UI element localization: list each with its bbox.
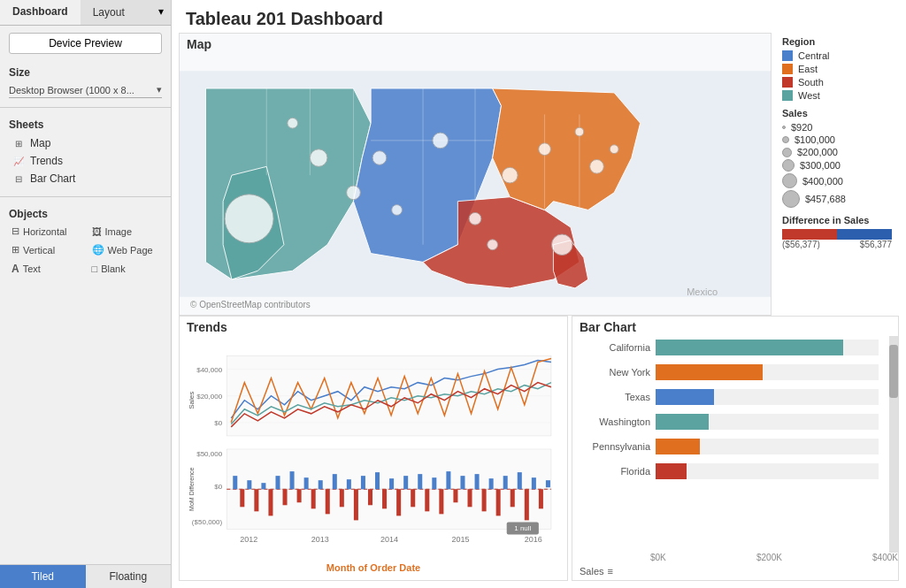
svg-rect-64 — [411, 489, 415, 507]
svg-rect-44 — [268, 489, 273, 515]
svg-text:2013: 2013 — [311, 536, 329, 545]
object-webpage[interactable]: 🌐 Web Page — [89, 242, 163, 257]
barchart-label: Bar Chart — [572, 317, 898, 336]
sales-200k: $200,000 — [782, 147, 892, 157]
object-vertical[interactable]: ⊞ Vertical — [9, 242, 82, 257]
object-text[interactable]: A Text — [9, 261, 82, 277]
sheet-item-barchart[interactable]: ⊟ Bar Chart — [9, 170, 162, 187]
sort-icon[interactable]: ≡ — [608, 566, 613, 577]
object-webpage-label: Web Page — [108, 245, 153, 256]
dashboard-body: Map — [172, 33, 906, 588]
diff-bar — [782, 229, 892, 240]
horizontal-icon: ⊟ — [12, 225, 19, 237]
legend-east: East — [782, 64, 892, 74]
central-label: Central — [798, 50, 829, 61]
left-panel: Dashboard Layout ▾ Device Preview Size D… — [0, 0, 172, 588]
diff-blue-bar — [837, 229, 892, 240]
text-icon: A — [12, 263, 19, 275]
region-legend-title: Region — [782, 36, 892, 47]
bar-row-texas: Texas — [580, 389, 879, 405]
tab-layout[interactable]: Layout — [81, 0, 137, 25]
bar-fill-pennsylvania — [656, 439, 700, 454]
svg-rect-68 — [439, 489, 443, 514]
main-content: Tableau 201 Dashboard Map — [172, 0, 906, 588]
sheet-map-label: Map — [30, 137, 50, 149]
svg-rect-80 — [525, 489, 529, 520]
webpage-icon: 🌐 — [92, 244, 104, 256]
svg-text:1 null: 1 null — [514, 524, 531, 532]
object-horizontal[interactable]: ⊟ Horizontal — [9, 224, 82, 239]
bar-fill-texas — [656, 389, 714, 405]
svg-text:Sales: Sales — [188, 392, 196, 409]
bar-track-pennsylvania — [656, 439, 879, 454]
svg-rect-40 — [240, 489, 244, 507]
svg-rect-49 — [304, 477, 309, 489]
svg-rect-82 — [539, 489, 543, 508]
svg-rect-43 — [261, 483, 265, 489]
diff-legend-title: Difference in Sales — [782, 215, 892, 225]
sheet-trends-label: Trends — [30, 155, 63, 167]
barchart-footer: Sales ≡ — [572, 564, 898, 580]
size-value: Desktop Browser (1000 x 8... — [9, 85, 134, 95]
sales-circle-2 — [782, 136, 789, 143]
map-container: Map — [179, 33, 772, 316]
west-label: West — [798, 90, 820, 101]
svg-text:$0: $0 — [214, 483, 222, 491]
svg-rect-66 — [425, 489, 429, 511]
legend-west: West — [782, 90, 892, 101]
object-blank[interactable]: □ Blank — [89, 261, 163, 277]
mexico-label: Mexico — [687, 286, 718, 297]
map-svg — [180, 53, 771, 315]
trends-chart-inner: $40,000 $20,000 $0 Sales — [180, 336, 567, 562]
map-viz[interactable]: © OpenStreetMap contributors Mexico — [180, 53, 771, 315]
object-image[interactable]: 🖼 Image — [89, 224, 163, 239]
bar-label-pennsylvania: Pennsylvania — [580, 441, 650, 452]
sheets-section: Sheets ⊞ Map 📈 Trends ⊟ Bar Chart — [0, 113, 171, 191]
bottom-bar: Tiled Floating — [0, 564, 171, 588]
device-preview-button[interactable]: Device Preview — [9, 33, 162, 54]
barchart-panel: Bar Chart California — [572, 316, 899, 581]
trends-label: Trends — [180, 317, 567, 336]
trends-panel: Trends $40,000 $20,000 $0 Sa — [179, 316, 568, 581]
svg-text:$20,000: $20,000 — [196, 393, 223, 401]
sheet-item-trends[interactable]: 📈 Trends — [9, 152, 162, 170]
barchart-footer-label: Sales — [580, 566, 604, 577]
trends-x-axis-label: Month of Order Date — [180, 562, 567, 577]
tab-dropdown-icon[interactable]: ▾ — [151, 0, 171, 25]
svg-point-21 — [551, 234, 572, 256]
svg-rect-39 — [233, 476, 237, 489]
bar-fill-california — [656, 340, 843, 355]
scrollbar-thumb[interactable] — [889, 345, 898, 398]
image-icon: 🖼 — [92, 226, 102, 237]
sheet-item-map[interactable]: ⊞ Map — [9, 134, 162, 152]
object-blank-label: Blank — [101, 263, 126, 274]
svg-point-9 — [225, 195, 273, 243]
svg-point-23 — [610, 145, 618, 154]
sales-label-3: $200,000 — [797, 147, 838, 157]
sales-legend: Sales $920 $100,000 $200,000 — [782, 108, 892, 208]
sheet-barchart-label: Bar Chart — [30, 172, 75, 185]
sales-circle-4 — [782, 159, 795, 172]
svg-rect-78 — [511, 489, 515, 507]
svg-text:2015: 2015 — [451, 536, 469, 545]
bar-row-washington: Washington — [580, 414, 879, 430]
sales-100k: $100,000 — [782, 134, 892, 145]
size-dropdown[interactable]: Desktop Browser (1000 x 8... ▾ — [9, 82, 162, 98]
bar-label-newyork: New York — [580, 367, 650, 378]
svg-text:($50,000): ($50,000) — [192, 518, 223, 526]
bar-label-texas: Texas — [580, 392, 650, 402]
tab-dashboard[interactable]: Dashboard — [0, 0, 81, 25]
tiled-button[interactable]: Tiled — [0, 565, 86, 588]
floating-button[interactable]: Floating — [86, 565, 172, 588]
svg-point-13 — [372, 151, 387, 165]
svg-rect-83 — [546, 480, 550, 487]
sales-circle-6 — [782, 190, 800, 208]
map-credit: © OpenStreetMap contributors — [183, 298, 318, 311]
region-legend: Region Central East South — [782, 36, 892, 101]
size-title: Size — [9, 66, 162, 79]
svg-rect-61 — [389, 478, 394, 489]
svg-point-20 — [590, 159, 604, 173]
svg-rect-69 — [446, 471, 450, 489]
scrollbar-track[interactable] — [889, 336, 898, 553]
svg-point-10 — [310, 149, 327, 167]
